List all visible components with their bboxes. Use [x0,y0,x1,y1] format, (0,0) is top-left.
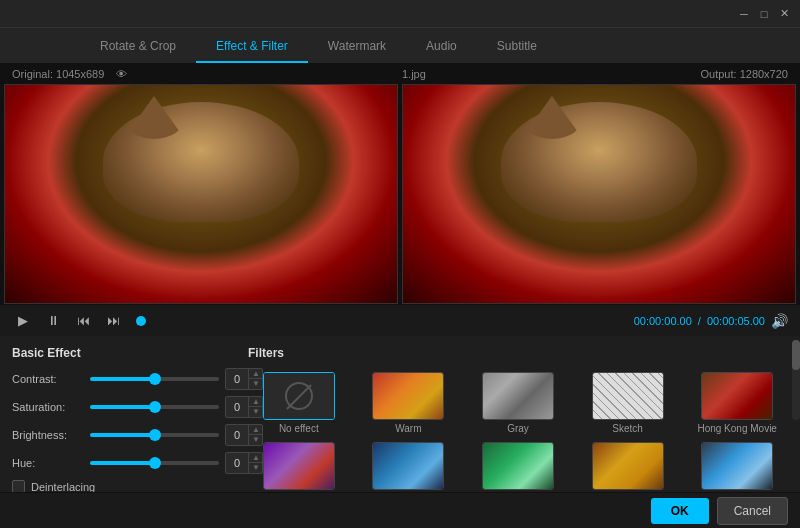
saturation-label: Saturation: [12,401,84,413]
purple-visual [264,443,334,489]
filter-cool[interactable] [686,442,788,493]
filter-gray[interactable]: Gray [467,372,569,434]
volume-icon[interactable]: 🔊 [771,313,788,329]
contrast-label: Contrast: [12,373,84,385]
contrast-row: Contrast: ▲ ▼ [12,368,232,390]
preview-right [402,84,796,304]
preview-left [4,84,398,304]
deinterlacing-label: Deinterlacing [31,481,95,493]
filter-hk-label: Hong Kong Movie [697,423,777,434]
filters-grid: No effect Warm Gray Ske [248,372,788,493]
saturation-value-input[interactable] [226,401,248,413]
close-button[interactable]: ✕ [776,6,792,22]
filter-no-effect-thumb [263,372,335,420]
filter-blue-thumb [372,442,444,490]
cool-visual [702,443,772,489]
original-preview-image [5,85,397,303]
original-dimensions: Original: 1045x689 [12,68,104,80]
progress-indicator[interactable] [136,316,146,326]
no-effect-circle [285,382,313,410]
tab-effect-filter[interactable]: Effect & Filter [196,31,308,63]
next-button[interactable]: ⏭ [102,310,124,332]
filter-gray-label: Gray [507,423,529,434]
contrast-slider[interactable] [90,377,219,381]
tab-watermark[interactable]: Watermark [308,31,406,63]
green-visual [483,443,553,489]
filter-sepia-thumb [592,442,664,490]
filter-purple[interactable] [248,442,350,493]
brightness-value-input[interactable] [226,429,248,441]
preview-info: Original: 1045x689 👁 1.jpg Output: 1280x… [0,64,800,84]
scrollbar[interactable] [792,340,800,420]
sepia-visual [593,443,663,489]
tabs-row: Rotate & Crop Effect & Filter Watermark … [0,28,800,64]
warm-visual [373,373,443,419]
current-time: 00:00:00.00 [634,315,692,327]
filter-blue[interactable] [358,442,460,493]
output-dimensions: Output: 1280x720 [701,68,788,80]
saturation-row: Saturation: ▲ ▼ [12,396,232,418]
contrast-value-input[interactable] [226,373,248,385]
filter-no-effect[interactable]: No effect [248,372,350,434]
pause-button[interactable]: ⏸ [42,310,64,332]
prev-button[interactable]: ⏮ [72,310,94,332]
filter-sketch[interactable]: Sketch [577,372,679,434]
filter-sketch-thumb [592,372,664,420]
brightness-label: Brightness: [12,429,84,441]
eye-icon[interactable]: 👁 [116,68,127,80]
preview-images [0,84,800,304]
filter-warm-thumb [372,372,444,420]
output-preview-image [403,85,795,303]
filter-hk-thumb [701,372,773,420]
preview-filename: 1.jpg [402,68,426,80]
tab-rotate-crop[interactable]: Rotate & Crop [80,31,196,63]
gray-visual [483,373,553,419]
minimize-button[interactable]: ─ [736,6,752,22]
blue-visual [373,443,443,489]
hue-label: Hue: [12,457,84,469]
filter-green-thumb [482,442,554,490]
maximize-button[interactable]: □ [756,6,772,22]
brightness-slider[interactable] [90,433,219,437]
hk-visual [702,373,772,419]
basic-effect-title: Basic Effect [12,346,232,360]
filter-warm[interactable]: Warm [358,372,460,434]
filter-gray-thumb [482,372,554,420]
saturation-slider[interactable] [90,405,219,409]
filter-warm-label: Warm [395,423,421,434]
preview-area: Original: 1045x689 👁 1.jpg Output: 1280x… [0,64,800,304]
hue-value-input[interactable] [226,457,248,469]
sketch-visual [593,373,663,419]
filter-purple-thumb [263,442,335,490]
hue-row: Hue: ▲ ▼ [12,452,232,474]
filter-sepia[interactable] [577,442,679,493]
hue-slider[interactable] [90,461,219,465]
bottom-bar: OK Cancel [0,492,800,528]
time-display: 00:00:00.00 / 00:00:05.00 🔊 [634,313,788,329]
ok-button[interactable]: OK [651,498,709,524]
title-bar: ─ □ ✕ [0,0,800,28]
filter-cool-thumb [701,442,773,490]
play-button[interactable]: ▶ [12,310,34,332]
total-time: 00:00:05.00 [707,315,765,327]
filter-no-effect-label: No effect [279,423,319,434]
tab-audio[interactable]: Audio [406,31,477,63]
scrollbar-thumb[interactable] [792,340,800,370]
tab-subtitle[interactable]: Subtitle [477,31,557,63]
controls-row: ▶ ⏸ ⏮ ⏭ 00:00:00.00 / 00:00:05.00 🔊 [0,304,800,336]
time-separator: / [698,315,701,327]
cancel-button[interactable]: Cancel [717,497,788,525]
brightness-row: Brightness: ▲ ▼ [12,424,232,446]
filter-sketch-label: Sketch [612,423,643,434]
no-effect-visual [264,373,334,419]
filter-green[interactable] [467,442,569,493]
filters-title: Filters [248,346,788,360]
filter-hk-movie[interactable]: Hong Kong Movie [686,372,788,434]
